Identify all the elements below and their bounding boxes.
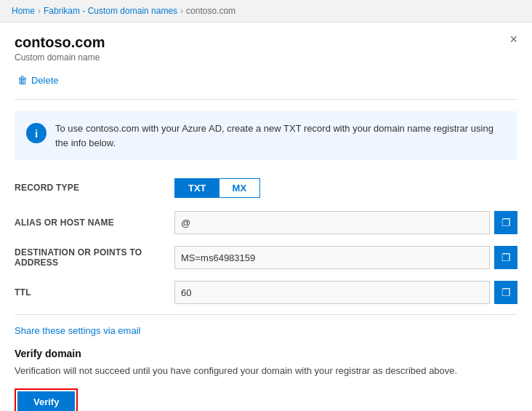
delete-label: Delete [31, 75, 59, 86]
mx-toggle-button[interactable]: MX [219, 179, 260, 197]
breadcrumb: Home › Fabrikam - Custom domain names › … [0, 0, 532, 23]
ttl-row: TTL ❐ [15, 279, 517, 306]
destination-input[interactable] [174, 246, 490, 269]
close-button[interactable]: × [509, 33, 517, 46]
breadcrumb-current: contoso.com [186, 6, 235, 16]
ttl-label: TTL [15, 287, 174, 298]
destination-label: DESTINATION OR POINTS TO ADDRESS [15, 247, 174, 268]
panel-subtitle: Custom domain name [15, 52, 517, 63]
verify-button[interactable]: Verify [17, 391, 75, 412]
alias-row: ALIAS OR HOST NAME ❐ [15, 210, 517, 236]
destination-copy-button[interactable]: ❐ [494, 246, 517, 269]
destination-control-wrap: ❐ [174, 246, 517, 269]
alias-copy-button[interactable]: ❐ [494, 211, 517, 234]
breadcrumb-home[interactable]: Home [12, 6, 35, 16]
delete-button[interactable]: 🗑 Delete [15, 71, 62, 89]
ttl-control-wrap: ❐ [174, 281, 517, 304]
verify-description: Verification will not succeed until you … [15, 364, 517, 378]
breadcrumb-fabrikam[interactable]: Fabrikam - Custom domain names [44, 6, 177, 16]
destination-row: DESTINATION OR POINTS TO ADDRESS ❐ [15, 244, 517, 271]
copy-icon-destination: ❐ [501, 252, 511, 263]
record-type-label: RECORD TYPE [15, 183, 174, 193]
copy-icon-alias: ❐ [501, 217, 511, 228]
trash-icon: 🗑 [17, 74, 28, 86]
copy-icon-ttl: ❐ [501, 287, 511, 298]
main-panel: × contoso.com Custom domain name 🗑 Delet… [0, 23, 532, 411]
record-type-toggle: TXT MX [174, 178, 260, 198]
info-icon: i [26, 123, 47, 143]
verify-button-wrap: Verify [15, 388, 78, 412]
record-type-toggle-group-wrap: TXT MX [174, 178, 517, 198]
toolbar: 🗑 Delete [15, 71, 517, 100]
record-type-row: RECORD TYPE TXT MX [15, 175, 517, 201]
divider [15, 314, 517, 315]
breadcrumb-sep-2: › [180, 6, 183, 16]
share-link[interactable]: Share these settings via email [15, 325, 140, 336]
ttl-input[interactable] [174, 281, 490, 304]
alias-input[interactable] [174, 211, 490, 234]
breadcrumb-sep-1: › [38, 6, 41, 16]
info-box: i To use contoso.com with your Azure AD,… [15, 111, 517, 160]
panel-title: contoso.com [15, 34, 517, 51]
alias-control-wrap: ❐ [174, 211, 517, 234]
alias-label: ALIAS OR HOST NAME [15, 218, 174, 228]
ttl-copy-button[interactable]: ❐ [494, 281, 517, 304]
info-text: To use contoso.com with your Azure AD, c… [55, 121, 506, 150]
txt-toggle-button[interactable]: TXT [175, 179, 219, 197]
verify-title: Verify domain [15, 348, 517, 359]
